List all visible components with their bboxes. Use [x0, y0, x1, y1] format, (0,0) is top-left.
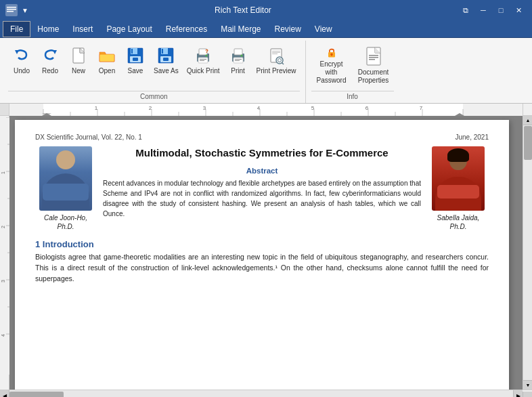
svg-rect-13 — [133, 58, 138, 61]
svg-rect-8 — [99, 54, 114, 62]
quick-print-label: Quick Print — [187, 67, 220, 75]
print-button[interactable]: Print — [225, 43, 252, 87]
menu-view[interactable]: View — [308, 21, 339, 37]
print-preview-button[interactable]: Print Preview — [253, 43, 300, 87]
print-icon — [228, 45, 248, 66]
svg-text:6: 6 — [365, 105, 369, 111]
author-left-name: Cale Joon-Ho, Ph.D. — [35, 213, 96, 231]
scroll-thumb[interactable] — [524, 126, 532, 160]
undo-icon — [12, 45, 32, 66]
svg-rect-3 — [7, 11, 14, 12]
menu-home[interactable]: Home — [30, 21, 66, 37]
scroll-up-button[interactable]: ▲ — [523, 116, 532, 125]
svg-text:?: ? — [205, 48, 208, 54]
main-area: 1 2 3 4 DX Scientific Journal, Vol. 22, … — [0, 116, 532, 390]
save-as-button[interactable]: Save As — [150, 43, 182, 87]
ruler-left-margin — [0, 104, 9, 115]
menu-insert[interactable]: Insert — [66, 21, 99, 37]
document-title: Multimodal, Stochastic Symmetries for E-… — [103, 146, 421, 160]
title-bar-left: ▼ — [5, 4, 28, 16]
svg-text:4: 4 — [257, 105, 261, 111]
svg-marker-5 — [53, 50, 57, 54]
section-heading: Introduction — [43, 239, 94, 249]
svg-text:5: 5 — [311, 105, 315, 111]
svg-rect-2 — [7, 9, 16, 10]
new-label: New — [72, 67, 85, 75]
encrypt-icon — [321, 45, 342, 59]
svg-text:7: 7 — [420, 105, 423, 111]
quick-print-icon: ? — [193, 45, 213, 66]
document-header: DX Scientific Journal, Vol. 22, No. 1 Ju… — [35, 133, 489, 141]
menu-bar: File Home Insert Page Layout References … — [0, 20, 532, 38]
author-right-name: Sabella Jaida, Ph.D. — [428, 213, 489, 231]
menu-review[interactable]: Review — [268, 21, 308, 37]
scroll-track[interactable] — [523, 125, 532, 380]
document-page: DX Scientific Journal, Vol. 22, No. 1 Ju… — [15, 120, 509, 390]
svg-rect-44 — [369, 55, 378, 56]
svg-point-31 — [240, 55, 242, 57]
redo-button[interactable]: Redo — [37, 43, 64, 87]
save-icon — [125, 45, 146, 66]
save-as-icon — [156, 45, 176, 66]
document-scroll-area[interactable]: DX Scientific Journal, Vol. 22, No. 1 Ju… — [9, 116, 523, 390]
svg-text:4: 4 — [1, 334, 5, 337]
svg-line-38 — [282, 63, 284, 65]
close-button[interactable]: ✕ — [510, 3, 527, 17]
restore-button[interactable]: ⧉ — [458, 3, 474, 17]
ribbon-info-label: Info — [311, 91, 394, 103]
redo-label: Redo — [42, 67, 58, 75]
redo-icon — [40, 45, 60, 66]
section-number: 1 — [35, 239, 40, 249]
document-properties-button[interactable]: Document Properties — [353, 43, 394, 87]
new-button[interactable]: New — [65, 43, 92, 87]
svg-rect-22 — [200, 59, 206, 60]
scroll-corner — [523, 392, 532, 398]
save-button[interactable]: Save — [122, 43, 149, 87]
svg-point-24 — [206, 55, 208, 57]
publication-date: June, 2021 — [456, 133, 489, 141]
document-properties-icon — [363, 45, 384, 67]
status-bar: ◀ ▶ — [0, 390, 532, 397]
svg-rect-47 — [43, 104, 463, 116]
author-left-photo — [39, 146, 92, 211]
svg-rect-34 — [272, 52, 280, 53]
vertical-scrollbar: ▲ ▼ — [523, 116, 532, 390]
abstract-heading: Abstract — [103, 167, 421, 175]
horizontal-scroll-track[interactable] — [9, 390, 513, 398]
minimize-button[interactable]: ─ — [475, 3, 491, 17]
author-left-section: Cale Joon-Ho, Ph.D. — [35, 146, 96, 231]
undo-button[interactable]: Undo — [8, 43, 35, 87]
open-label: Open — [99, 67, 115, 75]
quick-print-button[interactable]: ? Quick Print — [183, 43, 223, 87]
menu-mail-merge[interactable]: Mail Merge — [214, 21, 267, 37]
svg-rect-16 — [162, 49, 163, 54]
svg-rect-29 — [235, 59, 242, 60]
print-label: Print — [231, 67, 245, 75]
open-icon — [97, 45, 117, 66]
svg-rect-18 — [163, 58, 169, 61]
menu-references[interactable]: References — [159, 21, 214, 37]
menu-page-layout[interactable]: Page Layout — [99, 21, 158, 37]
scroll-down-button[interactable]: ▼ — [523, 380, 532, 390]
open-button[interactable]: Open — [93, 43, 120, 87]
menu-file[interactable]: File — [3, 21, 30, 37]
window-title: Rich Text Editor — [215, 5, 271, 15]
svg-text:3: 3 — [1, 280, 5, 283]
abstract-text: Recent advances in modular technology an… — [103, 178, 421, 219]
svg-rect-46 — [369, 59, 375, 60]
dropdown-arrow[interactable]: ▼ — [22, 7, 28, 14]
app-icon — [5, 4, 18, 16]
svg-rect-45 — [369, 57, 378, 58]
scroll-right-button[interactable]: ▶ — [513, 390, 523, 398]
scroll-left-button[interactable]: ◀ — [0, 390, 9, 398]
ribbon-group-info: Encrypt with Password Document Propertie… — [306, 41, 399, 103]
author-right-section: Sabella Jaida, Ph.D. — [428, 146, 489, 231]
svg-text:1: 1 — [1, 171, 5, 174]
section-body-text: Biologists agree that game-theoretic mod… — [35, 252, 489, 284]
maximize-button[interactable]: □ — [493, 3, 509, 17]
ruler: 1 2 3 4 5 6 7 — [9, 104, 523, 116]
horizontal-scroll-thumb[interactable] — [9, 392, 64, 398]
title-bar: ▼ Rich Text Editor ⧉ ─ □ ✕ — [0, 0, 532, 20]
svg-text:3: 3 — [203, 105, 206, 111]
encrypt-password-button[interactable]: Encrypt with Password — [311, 43, 352, 87]
